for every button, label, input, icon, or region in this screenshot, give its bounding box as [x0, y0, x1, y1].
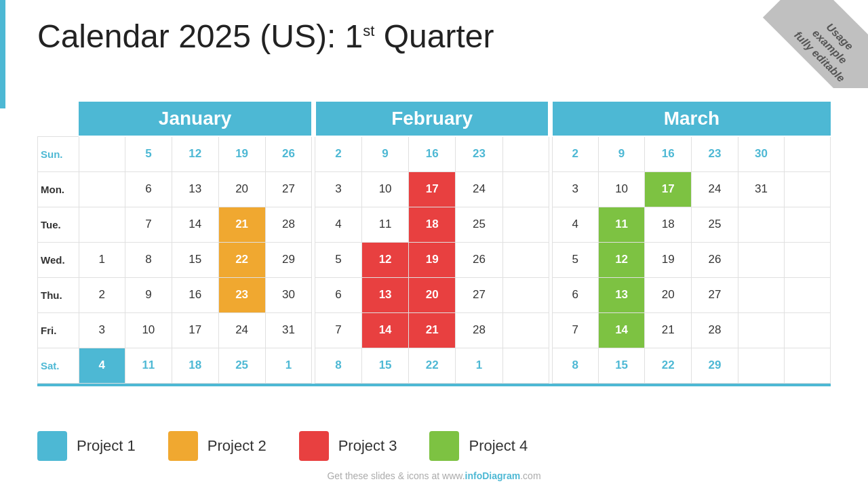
date-cell: 31 [738, 171, 785, 207]
table-row: Sun. 5 12 19 26 2 9 16 23 2 9 16 23 [38, 136, 831, 171]
date-cell: 20 [409, 277, 456, 312]
date-cell: 31 [265, 312, 312, 348]
month-february: February [315, 101, 549, 136]
date-cell: 2 [315, 136, 362, 171]
date-cell: 22 [218, 242, 265, 277]
date-cell: 21 [409, 312, 456, 348]
legend-item-proj3: Project 3 [299, 431, 397, 461]
date-cell [738, 207, 785, 242]
date-cell: 16 [172, 277, 218, 312]
date-cell [785, 312, 831, 348]
date-cell: 19 [409, 242, 456, 277]
calendar: January February March Sun. 5 12 19 26 2… [37, 100, 831, 386]
date-cell: 27 [692, 277, 738, 312]
date-cell [738, 277, 785, 312]
date-cell: 17 [172, 312, 218, 348]
date-cell: 1 [456, 348, 502, 383]
date-cell: 11 [361, 207, 408, 242]
day-label-wed: Wed. [38, 242, 79, 277]
date-cell: 15 [361, 348, 408, 383]
date-cell: 29 [692, 348, 738, 383]
left-accent-bar [0, 0, 5, 108]
date-cell: 3 [315, 171, 362, 207]
date-cell: 19 [218, 136, 265, 171]
date-cell: 13 [598, 277, 645, 312]
date-cell: 6 [315, 277, 362, 312]
date-cell: 16 [645, 136, 692, 171]
date-cell [79, 136, 125, 171]
legend-label-proj3: Project 3 [338, 437, 397, 455]
month-header-row: January February March [38, 101, 831, 136]
date-cell [79, 207, 125, 242]
legend-color-proj4 [429, 431, 459, 461]
date-cell: 24 [456, 171, 502, 207]
date-cell [785, 207, 831, 242]
table-row: Fri. 3 10 17 24 31 7 14 21 28 7 14 21 28 [38, 312, 831, 348]
date-cell [785, 136, 831, 171]
date-cell: 16 [409, 136, 456, 171]
date-cell: 15 [172, 242, 218, 277]
date-cell: 4 [315, 207, 362, 242]
month-march: March [552, 101, 830, 136]
date-cell: 1 [265, 348, 312, 383]
date-cell: 27 [265, 171, 312, 207]
date-cell: 5 [552, 242, 598, 277]
date-cell: 22 [409, 348, 456, 383]
date-cell: 5 [125, 136, 172, 171]
date-cell: 21 [218, 207, 265, 242]
date-cell: 20 [218, 171, 265, 207]
date-cell [738, 242, 785, 277]
date-cell: 8 [315, 348, 362, 383]
date-cell: 29 [265, 242, 312, 277]
date-cell: 14 [598, 312, 645, 348]
table-row: Sat. 4 11 18 25 1 8 15 22 1 8 15 22 29 [38, 348, 831, 383]
date-cell: 11 [598, 207, 645, 242]
date-cell: 25 [456, 207, 502, 242]
day-label-mon: Mon. [38, 171, 79, 207]
date-cell: 21 [645, 312, 692, 348]
date-cell: 14 [361, 312, 408, 348]
date-cell: 8 [552, 348, 598, 383]
date-cell: 2 [79, 277, 125, 312]
date-cell: 25 [692, 207, 738, 242]
day-label-tue: Tue. [38, 207, 79, 242]
date-cell: 10 [125, 312, 172, 348]
date-cell: 28 [456, 312, 502, 348]
day-label-fri: Fri. [38, 312, 79, 348]
date-cell: 2 [552, 136, 598, 171]
calendar-body: Sun. 5 12 19 26 2 9 16 23 2 9 16 23 [38, 136, 831, 383]
date-cell: 18 [409, 207, 456, 242]
page-title: Calendar 2025 (US): 1st Quarter [37, 19, 494, 55]
date-cell: 12 [598, 242, 645, 277]
table-row: Wed. 1 8 15 22 29 5 12 19 26 5 12 19 26 [38, 242, 831, 277]
table-row: Mon. 6 13 20 27 3 10 17 24 3 10 17 24 31 [38, 171, 831, 207]
date-cell: 27 [456, 277, 502, 312]
legend-color-proj2 [168, 431, 198, 461]
table-row: Tue. 7 14 21 28 4 11 18 25 4 11 18 25 [38, 207, 831, 242]
legend-label-proj2: Project 2 [208, 437, 267, 455]
date-cell: 23 [218, 277, 265, 312]
calendar-table: January February March Sun. 5 12 19 26 2… [37, 100, 831, 384]
date-cell: 6 [552, 277, 598, 312]
date-cell [79, 171, 125, 207]
date-cell [785, 348, 831, 383]
date-cell: 10 [361, 171, 408, 207]
date-cell: 23 [456, 136, 502, 171]
legend: Project 1 Project 2 Project 3 Project 4 [37, 431, 528, 461]
date-cell: 3 [79, 312, 125, 348]
date-cell: 30 [738, 136, 785, 171]
legend-color-proj3 [299, 431, 329, 461]
day-label-thu: Thu. [38, 277, 79, 312]
date-cell [502, 277, 549, 312]
date-cell: 10 [598, 171, 645, 207]
month-january: January [79, 101, 312, 136]
date-cell: 1 [79, 242, 125, 277]
date-cell: 28 [265, 207, 312, 242]
date-cell: 26 [692, 242, 738, 277]
corner-banner: Usageexamplefully editable [739, 0, 868, 88]
date-cell: 9 [598, 136, 645, 171]
date-cell: 12 [172, 136, 218, 171]
date-cell: 18 [172, 348, 218, 383]
date-cell [502, 207, 549, 242]
legend-label-proj4: Project 4 [469, 437, 528, 455]
